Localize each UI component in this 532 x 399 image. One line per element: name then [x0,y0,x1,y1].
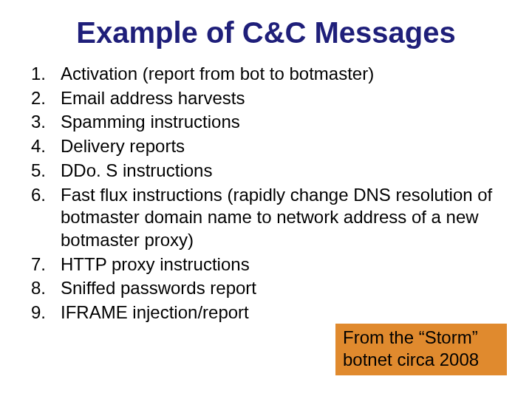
list-number: 3. [31,111,61,134]
list-number: 9. [31,301,61,324]
list-number: 6. [31,184,61,207]
list-item: 5. DDo. S instructions [31,160,501,183]
list-text: DDo. S instructions [61,160,501,183]
list-text: IFRAME injection/report [61,301,501,324]
list-number: 4. [31,135,61,158]
list-number: 1. [31,63,61,86]
ordered-list: 1. Activation (report from bot to botmas… [0,63,532,324]
list-text: Spamming instructions [61,111,501,134]
list-text: Activation (report from bot to botmaster… [61,63,501,86]
list-item: 4. Delivery reports [31,135,501,158]
list-text: Delivery reports [61,135,501,158]
list-item: 9. IFRAME injection/report [31,301,501,324]
list-number: 2. [31,87,61,110]
list-text: Email address harvests [61,87,501,110]
list-item: 8. Sniffed passwords report [31,277,501,300]
list-item: 2. Email address harvests [31,87,501,110]
list-item: 6. Fast flux instructions (rapidly chang… [31,184,501,252]
list-text: Fast flux instructions (rapidly change D… [61,184,501,252]
list-item: 7. HTTP proxy instructions [31,253,501,276]
list-number: 8. [31,277,61,300]
list-item: 3. Spamming instructions [31,111,501,134]
page-title: Example of C&C Messages [0,0,532,63]
list-number: 5. [31,160,61,183]
list-text: Sniffed passwords report [61,277,501,300]
callout-box: From the “Storm” botnet circa 2008 [335,324,507,375]
list-number: 7. [31,253,61,276]
list-item: 1. Activation (report from bot to botmas… [31,63,501,86]
list-text: HTTP proxy instructions [61,253,501,276]
